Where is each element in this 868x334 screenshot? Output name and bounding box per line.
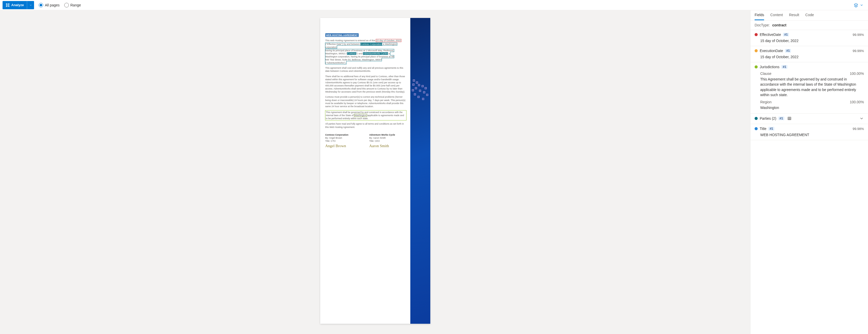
layers-dropdown[interactable] xyxy=(854,3,863,7)
instance-badge: #1 xyxy=(778,117,784,120)
field-block[interactable]: EffectiveDate#199.99%15 day of October, … xyxy=(750,30,868,46)
doctype-row: DocType: contract xyxy=(750,21,868,30)
field-value: 15 day of October, 2022 xyxy=(760,39,864,43)
document-body: WEB HOSTING AGREEMENT This web Hosting A… xyxy=(320,18,410,324)
field-name: Jurisdictions xyxy=(760,65,779,69)
field-block[interactable]: Title#199.98%WEB HOSTING AGREEMENT xyxy=(750,124,868,140)
parties-highlight: ("Effective Date") by and between Contos… xyxy=(326,43,397,64)
document-page: WEB HOSTING AGREEMENT This web Hosting A… xyxy=(320,18,430,324)
doc-text: Washington, 98052 (" xyxy=(326,52,347,55)
toolbar: Analyze All pages Range xyxy=(0,0,868,10)
field-block[interactable]: Jurisdictions#1Clause100.00%This Agreeme… xyxy=(750,62,868,114)
field-name: Parties (2) xyxy=(760,116,776,120)
chevron-down-icon xyxy=(860,3,863,7)
radio-range-label: Range xyxy=(70,3,81,7)
field-value: WEB HOSTING AGREEMENT xyxy=(760,133,864,137)
party-short-highlight: Contoso xyxy=(347,52,356,55)
field-header: Jurisdictions#1 xyxy=(754,65,864,69)
layers-icon xyxy=(854,3,858,7)
field-name: Title xyxy=(760,127,766,131)
tab-result[interactable]: Result xyxy=(789,13,799,20)
doc-text: having its principal place of business a… xyxy=(326,49,394,52)
radio-circle-icon xyxy=(39,3,43,7)
tab-content[interactable]: Content xyxy=(770,13,783,20)
color-swatch-icon xyxy=(754,49,758,52)
analyze-label: Analyze xyxy=(11,3,24,7)
signature-col: Contoso Corporation By: Angel Brown Titl… xyxy=(326,133,362,149)
tab-code[interactable]: Code xyxy=(805,13,814,20)
table-icon[interactable] xyxy=(787,116,792,120)
doc-text: ("Effective Date") by and between xyxy=(326,43,361,45)
page-scope-radio-group: All pages Range xyxy=(39,3,81,7)
signature-company: Contoso Corporation xyxy=(326,133,362,136)
analyze-button[interactable]: Analyze xyxy=(3,1,34,9)
instance-badge: #1 xyxy=(781,65,787,69)
field-header: EffectiveDate#199.99% xyxy=(754,32,864,37)
field-name: ExecutionDate xyxy=(760,49,783,53)
jurisdiction-region-highlight: Washington xyxy=(354,114,367,117)
doc-text: ") and xyxy=(356,52,363,55)
field-header: ExecutionDate#199.99% xyxy=(754,49,864,53)
effective-date-highlight: 15 day of October, 2022 xyxy=(376,39,401,42)
canvas-pane[interactable]: WEB HOSTING AGREEMENT This web Hosting A… xyxy=(0,10,750,334)
signature-title: Title: CEO xyxy=(369,139,406,142)
doc-text: NW 76st Street, Suite 54, Bellevue, Wash… xyxy=(326,58,382,61)
doc-title-highlight: WEB HOSTING AGREEMENT xyxy=(326,33,359,37)
fields-list[interactable]: EffectiveDate#199.99%15 day of October, … xyxy=(750,30,868,334)
doc-paragraph: Contoso must provide a person(s) to corr… xyxy=(326,95,406,108)
confidence-text: 99.99% xyxy=(852,33,864,37)
instance-badge: #1 xyxy=(768,127,774,131)
color-swatch-icon xyxy=(754,65,758,68)
field-block[interactable]: ExecutionDate#199.99%15 day of October, … xyxy=(750,46,868,62)
results-tabs: Fields Content Result Code xyxy=(750,10,868,21)
signature-cursive: Angel Brown xyxy=(326,143,362,148)
subfield-value: Washington xyxy=(760,105,864,110)
doctype-label: DocType: xyxy=(754,23,770,27)
color-swatch-icon xyxy=(754,127,758,130)
signature-title: Title: CTO xyxy=(326,139,362,142)
signature-row: Contoso Corporation By: Angel Brown Titl… xyxy=(326,133,406,149)
signature-by: By: Angel Brown xyxy=(326,136,362,139)
field-name: EffectiveDate xyxy=(760,32,781,37)
confidence-text: 100.00% xyxy=(850,72,864,76)
signature-by: By: Aaron Smith xyxy=(369,136,406,139)
subfield-name: Clause xyxy=(760,72,850,76)
results-panel: Fields Content Result Code DocType: cont… xyxy=(750,10,868,334)
workspace: WEB HOSTING AGREEMENT This web Hosting A… xyxy=(0,10,868,334)
subfield-header: Clause100.00% xyxy=(760,72,864,76)
signature-company: Adventure Works Cycle xyxy=(369,133,406,136)
confidence-text: 100.00% xyxy=(850,100,864,104)
color-swatch-icon xyxy=(754,117,758,120)
radio-range[interactable]: Range xyxy=(64,3,81,7)
color-swatch-icon xyxy=(754,33,758,36)
signature-cursive: Aaron Smith xyxy=(369,143,406,148)
analyze-dropdown[interactable] xyxy=(27,1,34,9)
chevron-down-icon[interactable] xyxy=(859,116,864,121)
jurisdiction-clause-highlight: This Agreement shall be governed by and … xyxy=(326,110,406,120)
subfield-value: This Agreement shall be governed by and … xyxy=(760,77,864,98)
field-value: 15 day of October, 2022 xyxy=(760,55,864,59)
doc-paragraph: There shall be no additional fees of any… xyxy=(326,75,406,93)
subfield-name: Region xyxy=(760,100,850,104)
field-block[interactable]: Parties (2)#1 xyxy=(750,114,868,124)
field-header: Parties (2)#1 xyxy=(754,116,864,121)
field-header: Title#199.98% xyxy=(754,127,864,131)
analyze-icon xyxy=(6,3,10,7)
doc-text: Washington corporation, having its princ… xyxy=(326,55,394,58)
party-name-highlight: AdventureWorks Cycles xyxy=(363,52,388,55)
radio-all-pages[interactable]: All pages xyxy=(39,3,60,7)
confidence-text: 99.98% xyxy=(852,127,864,131)
doc-paragraph: All parties have read and fully agree to… xyxy=(326,122,406,129)
doc-paragraph: This agreement shall void and nullify an… xyxy=(326,66,406,73)
confidence-text: 99.99% xyxy=(852,49,864,53)
instance-badge: #1 xyxy=(783,33,789,36)
party-name-highlight: Contoso Corporation xyxy=(361,43,382,45)
doc-text: This web Hosting Agreement is entered as… xyxy=(326,39,376,42)
svg-rect-1 xyxy=(788,117,791,120)
doctype-value: contract xyxy=(772,23,786,27)
tab-fields[interactable]: Fields xyxy=(754,13,764,20)
instance-badge: #1 xyxy=(785,49,791,53)
signature-col: Adventure Works Cycle By: Aaron Smith Ti… xyxy=(369,133,406,149)
radio-all-pages-label: All pages xyxy=(45,3,60,7)
doc-text: a xyxy=(388,52,390,55)
